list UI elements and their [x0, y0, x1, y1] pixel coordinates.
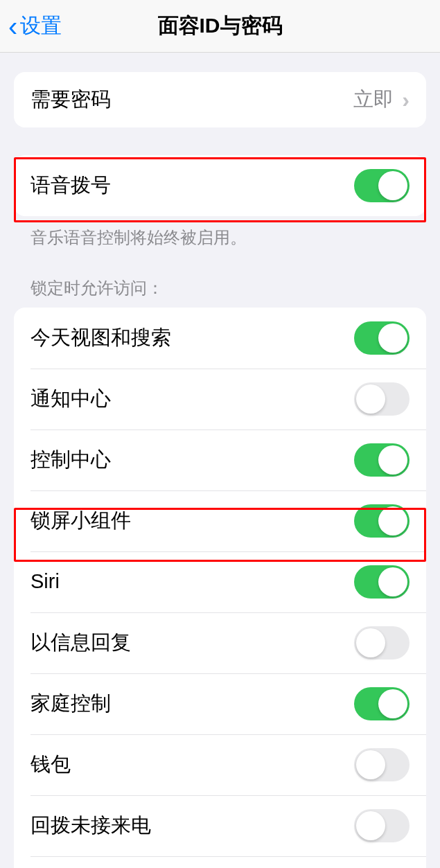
voice-dial-row: 语音拨号 [14, 155, 426, 216]
chevron-right-icon: › [402, 89, 410, 111]
allow-access-header: 锁定时允许访问： [14, 277, 426, 308]
allow-access-row: 钱包 [14, 734, 426, 795]
toggle-thumb [378, 506, 407, 535]
allow-access-label: 以信息回复 [30, 629, 131, 657]
back-label: 设置 [20, 12, 62, 40]
toggle-thumb [356, 811, 385, 840]
toggle-thumb [356, 750, 385, 779]
allow-access-row: 以信息回复 [14, 612, 426, 673]
allow-access-toggle[interactable] [354, 321, 410, 355]
require-passcode-label: 需要密码 [30, 86, 111, 114]
allow-access-toggle[interactable] [354, 809, 410, 842]
allow-access-label: 钱包 [30, 751, 71, 779]
toggle-thumb [378, 324, 407, 353]
toggle-thumb [378, 445, 407, 475]
require-passcode-value-text: 立即 [353, 86, 394, 114]
allow-access-label: 回拨未接来电 [30, 812, 151, 840]
toggle-thumb [378, 567, 407, 596]
require-passcode-group: 需要密码 立即 › [14, 72, 426, 127]
require-passcode-row[interactable]: 需要密码 立即 › [14, 72, 426, 127]
toggle-thumb [356, 628, 385, 657]
allow-access-label: 今天视图和搜索 [30, 324, 171, 352]
allow-access-row: 通知中心 [14, 369, 426, 429]
allow-access-group: 今天视图和搜索通知中心控制中心锁屏小组件Siri以信息回复家庭控制钱包回拨未接来… [14, 308, 426, 868]
toggle-thumb [378, 171, 407, 200]
allow-access-row: 控制中心 [14, 429, 426, 490]
allow-access-row: 家庭控制 [14, 673, 426, 734]
allow-access-row: Siri [14, 551, 426, 612]
toggle-thumb [356, 384, 385, 414]
allow-access-toggle[interactable] [354, 443, 410, 477]
allow-access-label: 家庭控制 [30, 690, 111, 718]
allow-access-toggle[interactable] [354, 748, 410, 781]
allow-access-label: 锁屏小组件 [30, 507, 131, 535]
toggle-thumb [378, 689, 407, 718]
allow-access-toggle[interactable] [354, 687, 410, 720]
allow-access-row: 今天视图和搜索 [14, 308, 426, 369]
chevron-left-icon: ‹ [8, 12, 17, 40]
require-passcode-value: 立即 › [353, 86, 410, 114]
allow-access-row: 锁屏小组件 [14, 490, 426, 551]
allow-access-label: 控制中心 [30, 446, 111, 474]
allow-access-row: 回拨未接来电 [14, 795, 426, 856]
voice-dial-group: 语音拨号 [14, 155, 426, 216]
allow-access-toggle[interactable] [354, 382, 410, 416]
page-title: 面容ID与密码 [158, 12, 283, 40]
voice-dial-label: 语音拨号 [30, 172, 111, 200]
allow-access-row: USB配件 [14, 856, 426, 868]
allow-access-label: 通知中心 [30, 385, 111, 413]
allow-access-toggle[interactable] [354, 565, 410, 599]
allow-access-label: Siri [30, 570, 60, 593]
voice-dial-footer: 音乐语音控制将始终被启用。 [14, 216, 426, 249]
voice-dial-toggle[interactable] [354, 169, 410, 202]
allow-access-toggle[interactable] [354, 626, 410, 659]
navigation-bar: ‹ 设置 面容ID与密码 [0, 0, 440, 53]
back-button[interactable]: ‹ 设置 [8, 12, 62, 40]
allow-access-toggle[interactable] [354, 504, 410, 538]
